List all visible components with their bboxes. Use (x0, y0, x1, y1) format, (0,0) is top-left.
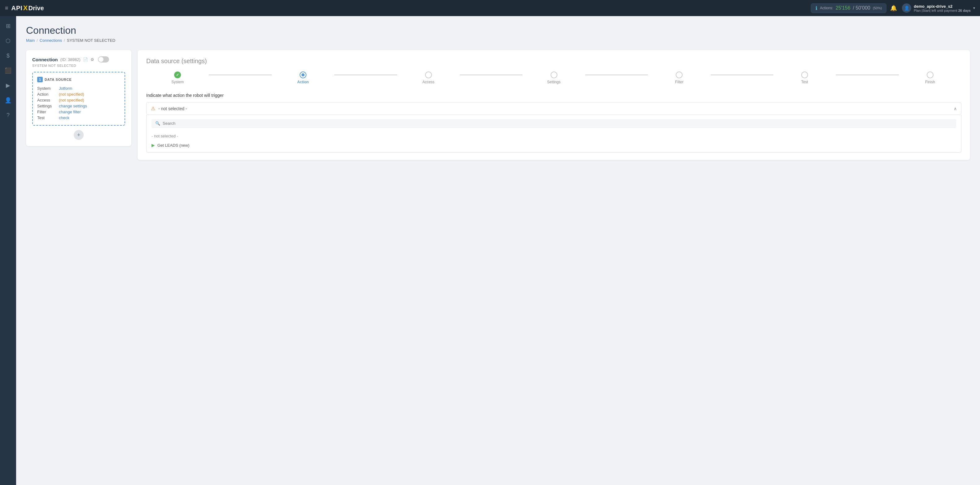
table-row: Settings change settings (37, 103, 120, 109)
actions-label: Actions: (820, 6, 833, 10)
dropdown-selector[interactable]: ⚠ - not selected - ∧ (146, 102, 961, 115)
info-icon: ℹ (816, 5, 817, 11)
dropdown-selected-text: - not selected - (158, 106, 951, 111)
logo-x: X (23, 4, 28, 12)
logo: API X Drive (11, 4, 44, 12)
chevron-up-icon: ∧ (954, 106, 957, 111)
sidebar-item-billing[interactable]: $ (2, 49, 14, 62)
search-icon: 🔍 (155, 121, 160, 126)
main-layout: ⊞ ⬡ $ ⬛ ▶ 👤 ? Connection Main / Connecti… (0, 16, 980, 485)
dropdown-item-not-selected[interactable]: - not selected - (146, 132, 961, 141)
step-label-finish: Finish (925, 80, 935, 84)
step-label-filter: Filter (675, 80, 684, 84)
row-key-action: Action (37, 91, 59, 97)
step-circle-settings (550, 71, 557, 78)
actions-percent: (50%) (873, 6, 882, 10)
breadcrumb-current: SYSTEM NOT SELECTED (67, 38, 116, 43)
add-connection-button[interactable]: + (74, 130, 84, 140)
table-row: System Jotform (37, 86, 120, 91)
row-val-system[interactable]: Jotform (59, 86, 72, 91)
breadcrumb-connections[interactable]: Connections (40, 38, 62, 43)
hamburger-icon[interactable]: ≡ (5, 5, 8, 11)
step-circle-system: ✓ (174, 71, 181, 78)
sidebar-item-help[interactable]: ? (2, 109, 14, 121)
actions-badge: ℹ Actions: 25'156 / 50'000 (50%) (811, 3, 886, 13)
steps-bar: ✓ System Action Access (146, 71, 961, 84)
ds-header: 1 DATA SOURCE (37, 77, 120, 82)
ds-label: DATA SOURCE (45, 78, 72, 81)
row-val-test[interactable]: check (59, 116, 69, 120)
step-label-settings: Settings (547, 80, 560, 84)
page-title: Connection (26, 25, 970, 36)
user-info: demo_apix-drive_s2 Plan |Start| left unt… (914, 4, 971, 13)
step-circle-action (300, 71, 306, 78)
row-key-filter: Filter (37, 109, 59, 115)
dropdown-item-get-leads[interactable]: ▶ Get LEADS (new) (146, 141, 961, 150)
step-label-action: Action (297, 80, 309, 84)
row-val-filter[interactable]: change filter (59, 109, 81, 114)
step-action[interactable]: Action (272, 71, 334, 84)
row-key-system: System (37, 86, 59, 91)
ds-box: 1 DATA SOURCE System Jotform Action (not… (32, 72, 125, 126)
left-card: Connection (ID: 38982) 📄 ⚙ SYSTEM NOT SE… (26, 50, 131, 146)
topnav: ≡ API X Drive ℹ Actions: 25'156 / 50'000… (0, 0, 980, 16)
step-filter[interactable]: Filter (648, 71, 710, 84)
sidebar-item-tools[interactable]: ⬛ (2, 64, 14, 77)
instruction-text: Indicate what action the robot will trig… (146, 93, 961, 98)
play-icon: ▶ (151, 143, 155, 147)
datasource-title: Data source (settings) (146, 57, 961, 65)
conn-header: Connection (ID: 38982) 📄 ⚙ (32, 56, 125, 62)
logo-drive: Drive (29, 5, 44, 12)
conn-title: Connection (32, 57, 58, 62)
breadcrumb: Main / Connections / SYSTEM NOT SELECTED (26, 38, 970, 43)
sidebar-item-tutorials[interactable]: ▶ (2, 79, 14, 92)
bell-icon[interactable]: 🔔 (890, 5, 897, 11)
row-val-action[interactable]: (not specified) (59, 92, 84, 97)
cards-row: Connection (ID: 38982) 📄 ⚙ SYSTEM NOT SE… (26, 50, 970, 160)
step-settings[interactable]: Settings (522, 71, 585, 84)
step-label-system: System (171, 80, 184, 84)
warn-icon: ⚠ (151, 106, 155, 111)
system-not-selected-label: SYSTEM NOT SELECTED (32, 64, 125, 68)
row-val-access[interactable]: (not specified) (59, 98, 84, 103)
row-val-settings[interactable]: change settings (59, 104, 87, 108)
table-row: Test check (37, 115, 120, 121)
user-name: demo_apix-drive_s2 (914, 4, 971, 9)
ds-num: 1 (37, 77, 43, 82)
search-input[interactable] (163, 121, 953, 126)
right-card: Data source (settings) ✓ System (138, 50, 970, 160)
row-key-settings: Settings (37, 103, 59, 109)
logo-api: API (11, 5, 22, 12)
user-plan: Plan |Start| left until payment 26 days (914, 9, 971, 13)
toggle-switch[interactable] (98, 56, 109, 62)
table-row: Access (not specified) (37, 97, 120, 103)
step-test[interactable]: Test (773, 71, 836, 84)
actions-used: 25'156 (835, 5, 851, 11)
row-key-access: Access (37, 97, 59, 103)
sidebar-item-dashboard[interactable]: ⊞ (2, 20, 14, 32)
dropdown-item-label: Get LEADS (new) (158, 143, 189, 147)
doc-icon[interactable]: 📄 (83, 57, 88, 62)
step-finish[interactable]: Finish (899, 71, 961, 84)
ds-table: System Jotform Action (not specified) Ac… (37, 86, 120, 121)
avatar: 👤 (902, 3, 911, 13)
gear-icon[interactable]: ⚙ (91, 57, 94, 62)
step-circle-finish (927, 71, 934, 78)
table-row: Action (not specified) (37, 91, 120, 97)
step-access[interactable]: Access (397, 71, 460, 84)
sidebar-item-profile[interactable]: 👤 (2, 94, 14, 106)
step-system[interactable]: ✓ System (146, 71, 209, 84)
step-circle-access (425, 71, 432, 78)
table-row: Filter change filter (37, 109, 120, 115)
sidebar: ⊞ ⬡ $ ⬛ ▶ 👤 ? (0, 16, 16, 485)
user-area[interactable]: 👤 demo_apix-drive_s2 Plan |Start| left u… (902, 3, 975, 13)
row-key-test: Test (37, 115, 59, 121)
sidebar-item-connections[interactable]: ⬡ (2, 35, 14, 47)
action-dropdown: ⚠ - not selected - ∧ 🔍 - not selected - (146, 102, 961, 152)
dropdown-panel: 🔍 - not selected - ▶ Get LEADS (new) (146, 115, 961, 152)
step-circle-test (801, 71, 808, 78)
content: Connection Main / Connections / SYSTEM N… (16, 16, 980, 485)
step-label-access: Access (422, 80, 434, 84)
breadcrumb-main[interactable]: Main (26, 38, 35, 43)
step-circle-filter (676, 71, 682, 78)
